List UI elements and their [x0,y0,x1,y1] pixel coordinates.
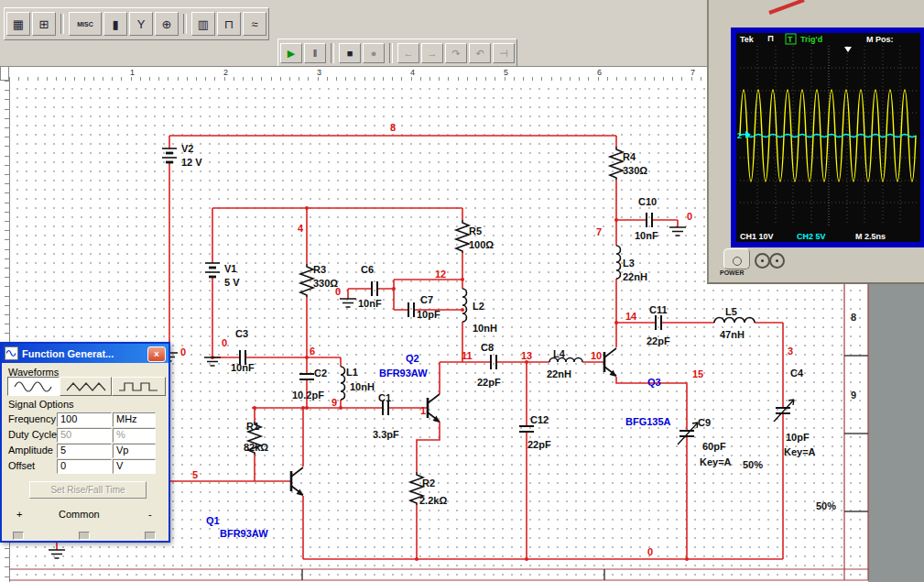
ref-label: C9 [698,417,711,428]
function-generator-icon [5,346,18,360]
scope-brand: Tek [740,35,755,44]
capacitor-C11[interactable] [656,315,661,330]
net-number: 14 [625,311,637,322]
value-label: 100Ω [469,239,494,250]
ref-label: Q1 [206,515,220,526]
value-label: 22pF [647,335,670,346]
ref-label: C11 [649,304,668,315]
value-label: 22pF [477,377,501,388]
dialog-title: Function Generat... [22,348,114,359]
close-button[interactable]: × [147,346,166,362]
net-number: 0 [687,211,692,222]
ref-label: R5 [469,225,482,236]
model-label: BFR93AW [220,528,268,539]
red-slash-decoration [769,0,804,13]
resistor-R3[interactable] [300,264,313,297]
net-number: 1 [420,405,426,416]
offset-input[interactable]: 0 [57,459,112,474]
value-label: 22nH [547,368,571,379]
resistor-R4[interactable] [610,147,623,180]
ref-label: Q2 [406,353,419,364]
oscilloscope-window[interactable]: T Tek ⊓ Trig'd M Pos: 2 CH1 10V CH2 5V M… [707,0,924,284]
ch1-jack[interactable] [755,253,770,269]
ref-label: L5 [725,306,737,317]
net-number: 0 [335,286,341,297]
value-label: 330Ω [623,165,647,176]
offset-label: Offset [8,460,35,471]
ref-label: L2 [473,301,484,312]
variable-capacitor-C9[interactable] [678,423,698,445]
common-terminal-label: Common [59,509,100,520]
frequency-label: Frequency [8,413,56,424]
plus-terminal[interactable] [13,532,24,540]
ref-label: R3 [313,264,326,275]
power-label: POWER [720,269,744,276]
value-label: 82kΩ [244,442,268,453]
battery-V2[interactable] [162,148,177,162]
capacitor-C10[interactable] [647,213,652,227]
ref-label: C10 [638,196,657,207]
amplitude-unit-select[interactable]: Vp [113,444,156,458]
transistor-Q2[interactable] [428,394,440,423]
common-terminal[interactable] [79,532,90,540]
inductor-L2[interactable] [462,289,467,322]
zone-number: 8 [851,312,856,323]
duty-cycle-input[interactable]: 50 [57,428,112,443]
duty-cycle-unit[interactable]: % [113,428,156,443]
frequency-unit-select[interactable]: MHz [113,412,156,427]
amplitude-input[interactable]: 5 [57,444,112,458]
amplitude-row: Amplitude 5 Vp [2,444,168,457]
variable-capacitor-C4[interactable] [774,400,794,422]
minus-terminal[interactable] [145,532,156,540]
square-wave-button[interactable] [112,377,166,396]
net-number: 10 [591,350,602,361]
capacitor-C12[interactable] [519,426,534,432]
value-label: 10pF [786,432,810,443]
net-number: 7 [596,226,602,237]
set-rise-fall-time-button[interactable]: Set Rise/Fall Time [29,481,147,499]
ref-label: C12 [530,414,549,425]
capacitor-C6[interactable] [372,281,377,296]
key-label: Key=A [784,446,816,457]
frequency-input[interactable]: 100 [57,412,112,427]
ch2-jack[interactable] [769,253,785,269]
sine-wave-button[interactable] [7,377,60,396]
transistor-Q3[interactable] [604,348,616,377]
net-number: 15 [692,368,703,379]
net-number: 13 [521,350,532,361]
triangle-wave-button[interactable] [60,377,112,396]
dialog-titlebar[interactable]: Function Generat... × [2,344,168,363]
capacitor-C7[interactable] [408,302,414,317]
capacitor-C8[interactable] [491,355,496,369]
ch2-marker: 2 [737,131,742,140]
value-label: 10nH [350,381,375,392]
value-label: 10nF [358,298,382,309]
inductor-L3[interactable] [616,246,621,279]
transistor-Q1[interactable] [291,467,303,496]
capacitor-C2[interactable] [299,374,314,379]
square-wave-icon [117,380,161,393]
net-number: 3 [788,346,793,357]
transistor-labels: Q1 BFR93AW Q2 BFR93AW Q3 BFG135A [206,353,671,539]
duty-cycle-label: Duty Cycle [8,429,57,440]
close-icon: × [154,349,159,359]
timebase-readout: M 2.5ns [855,232,886,241]
ref-label: C1 [378,392,391,403]
sine-wave-icon [13,380,55,393]
ref-label: C2 [314,368,327,379]
offset-unit-select[interactable]: V [113,459,156,474]
inductor-L1[interactable] [341,367,345,400]
resistor-R5[interactable] [456,220,469,253]
plus-terminal-label: + [16,509,22,520]
net-number: 4 [298,223,304,234]
ref-label: V2 [181,143,193,154]
value-label: 10.2pF [292,390,324,401]
ref-label: Q3 [647,377,661,388]
power-button[interactable] [723,248,750,269]
offset-row: Offset 0 V [2,459,168,473]
inductor-L5[interactable] [714,318,755,324]
battery-V1[interactable] [205,263,220,277]
coupling-icon: ⊓ [767,34,774,43]
model-label: BFR93AW [379,368,428,379]
minus-terminal-label: - [148,509,152,520]
